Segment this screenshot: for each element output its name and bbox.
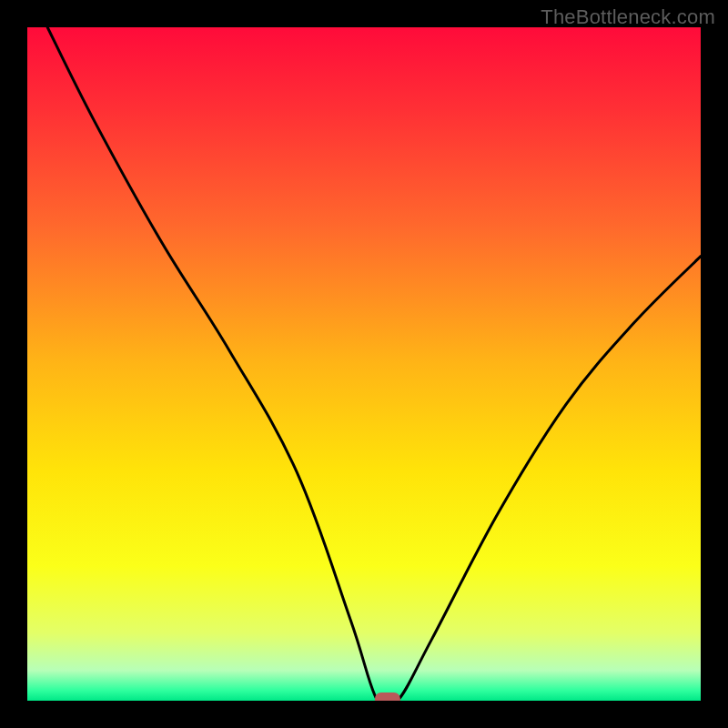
chart-frame: TheBottleneck.com [0, 0, 728, 728]
minimum-marker-icon [375, 693, 400, 701]
watermark-text: TheBottleneck.com [541, 5, 715, 29]
gradient-background [27, 27, 701, 701]
bottleneck-chart [27, 27, 701, 701]
plot-area [27, 27, 701, 701]
